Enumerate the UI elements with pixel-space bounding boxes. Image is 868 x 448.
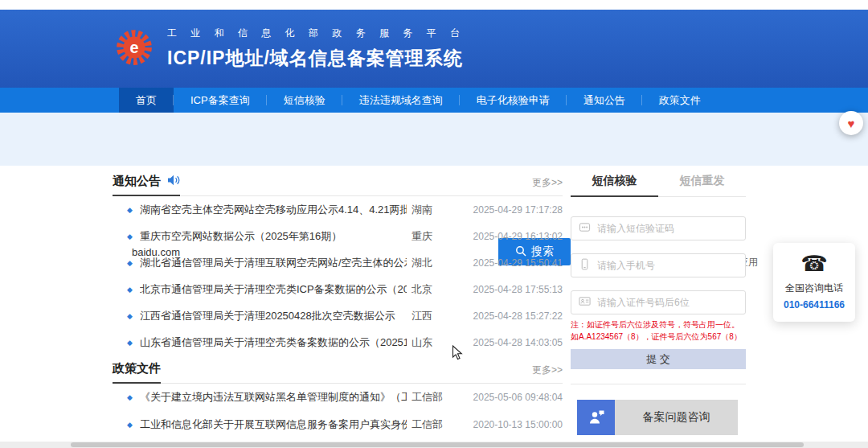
- notices-more-link[interactable]: 更多>>: [532, 176, 563, 195]
- policy-time: 2025-05-06 09:48:04: [473, 392, 563, 403]
- main-nav: 首页 ICP备案查询 短信核验 违法违规域名查询 电子化核验申请 通知公告 政策…: [0, 88, 868, 113]
- nav-item-icp-query[interactable]: ICP备案查询: [174, 88, 267, 113]
- submit-button[interactable]: 提 交: [571, 349, 746, 369]
- notice-region: 山东: [411, 335, 461, 350]
- panel-divider: [571, 384, 746, 384]
- sms-code-icon: [579, 221, 591, 236]
- notice-region: 江西: [411, 309, 461, 323]
- bullet-icon: ◆: [127, 286, 133, 294]
- feedback-button[interactable]: 备案问题咨询: [577, 400, 738, 435]
- notice-region: 北京: [411, 282, 461, 297]
- heart-icon: ♥: [848, 117, 855, 129]
- policies-title: 政策文件: [113, 361, 161, 376]
- bullet-icon: ◆: [127, 393, 133, 401]
- system-title: ICP/IP地址/域名信息备案管理系统: [167, 46, 465, 71]
- sms-code-field[interactable]: [571, 216, 746, 240]
- notice-region: 湖北: [411, 256, 461, 270]
- notice-time: 2025-04-28 17:55:13: [473, 284, 563, 295]
- notice-row[interactable]: ◆ 江西省通信管理局关于清理20250428批次空壳数据公示 江西 2025-0…: [113, 302, 563, 329]
- sms-code-input[interactable]: [597, 223, 738, 234]
- speaker-icon: [167, 175, 180, 188]
- site-banner: e 工 业 和 信 息 化 部 政 务 服 务 平 台 ICP/IP地址/域名信…: [0, 10, 868, 88]
- notice-text: 山东省通信管理局关于清理空壳类备案数据的公示（202517批次）: [140, 335, 407, 350]
- care-mode-button[interactable]: ♥: [839, 111, 863, 135]
- mobile-phone-icon: [579, 258, 591, 273]
- notices-section: 通知公告 更多>> ◆ 湖南省空壳主体空壳网站空壳移动应用公示4.14、4.21…: [113, 174, 563, 356]
- policy-source: 工信部: [411, 390, 461, 405]
- notice-row[interactable]: ◆ 湖南省空壳主体空壳网站空壳移动应用公示4.14、4.21两批次 湖南 202…: [113, 196, 563, 223]
- phone-input[interactable]: [597, 260, 738, 271]
- nav-item-e-verification[interactable]: 电子化核验申请: [460, 88, 567, 113]
- policy-row[interactable]: ◆ 工业和信息化部关于开展互联网信息服务备案用户真实身份信息电 工信部 2020…: [113, 411, 563, 438]
- phone-field[interactable]: [571, 253, 746, 277]
- svg-text:e: e: [129, 39, 138, 56]
- notice-row[interactable]: ◆ 重庆市空壳网站数据公示（2025年第16期） 重庆 2025-04-29 1…: [113, 223, 563, 249]
- bullet-icon: ◆: [127, 206, 133, 214]
- horizontal-scrollbar[interactable]: [0, 442, 868, 448]
- telephone-icon: ☎: [776, 253, 852, 275]
- hotline-card: ☎ 全国咨询电话 010-66411166: [773, 243, 855, 322]
- nav-item-notices[interactable]: 通知公告: [567, 88, 642, 113]
- sms-verification-panel: 短信核验 短信重发: [571, 174, 746, 435]
- notice-text: 湖南省空壳主体空壳网站空壳移动应用公示4.14、4.21两批次: [140, 203, 407, 217]
- nav-item-home[interactable]: 首页: [119, 88, 174, 113]
- notice-time: 2025-04-29 17:17:28: [473, 204, 563, 216]
- bullet-icon: ◆: [127, 259, 133, 267]
- bullet-icon: ◆: [127, 232, 133, 240]
- notice-time: 2025-04-28 14:03:05: [473, 337, 563, 348]
- notice-time: 2025-04-28 15:27:22: [473, 310, 563, 322]
- notice-row[interactable]: ◆ 北京市通信管理局关于清理空壳类ICP备案数据的公示（202515批 北京 2…: [113, 276, 563, 302]
- notices-title: 通知公告: [113, 174, 161, 189]
- bullet-icon: ◆: [127, 421, 133, 429]
- policies-more-link[interactable]: 更多>>: [532, 364, 563, 383]
- notice-text: 北京市通信管理局关于清理空壳类ICP备案数据的公示（202515批: [140, 282, 407, 297]
- policy-time: 2020-10-13 15:00:00: [473, 419, 563, 430]
- notice-text: 江西省通信管理局关于清理20250428批次空壳数据公示: [140, 309, 407, 323]
- page: e 工 业 和 信 息 化 部 政 务 服 务 平 台 ICP/IP地址/域名信…: [0, 0, 868, 448]
- bullet-icon: ◆: [127, 339, 133, 347]
- id-card-icon: [579, 295, 591, 310]
- id-number-field[interactable]: [571, 290, 746, 314]
- notice-row[interactable]: ◆ 湖北省通信管理局关于清理互联网空壳网站/空壳主体的公示 湖北 2025-04…: [113, 249, 563, 276]
- notice-region: 重庆: [411, 229, 461, 244]
- sms-note-text: 注：如证件号后六位涉及符号，符号占用一位。如A.A1234567（8），证件号后…: [571, 319, 746, 343]
- policy-text: 《关于建立境内违法互联网站黑名单管理制度的通知》（工信部联: [140, 390, 407, 405]
- scrollbar-thumb[interactable]: [71, 442, 804, 447]
- policy-text: 工业和信息化部关于开展互联网信息服务备案用户真实身份信息电: [140, 417, 407, 432]
- policy-row[interactable]: ◆ 《关于建立境内违法互联网站黑名单管理制度的通知》（工信部联 工信部 2025…: [113, 384, 563, 411]
- notice-text: 重庆市空壳网站数据公示（2025年第16期）: [140, 229, 407, 244]
- id-number-input[interactable]: [597, 297, 738, 308]
- sms-tabs: 短信核验 短信重发: [571, 174, 746, 197]
- consult-icon: [577, 400, 615, 435]
- tab-sms-resend[interactable]: 短信重发: [658, 174, 746, 196]
- tab-sms-verify[interactable]: 短信核验: [571, 174, 658, 197]
- notice-text: 湖北省通信管理局关于清理互联网空壳网站/空壳主体的公示: [140, 256, 407, 270]
- feedback-label: 备案问题咨询: [615, 400, 738, 435]
- nav-item-sms-verify[interactable]: 短信核验: [267, 88, 342, 113]
- platform-title: 工 业 和 信 息 化 部 政 务 服 务 平 台: [167, 27, 465, 40]
- miit-logo-icon: e: [114, 27, 154, 71]
- policy-source: 工信部: [411, 417, 461, 432]
- search-band: 搜索 网站 APP 小程序 快应用: [0, 113, 868, 166]
- hotline-number: 010-66411166: [776, 299, 852, 310]
- notice-time: 2025-04-29 15:50:41: [473, 257, 563, 269]
- notice-time: 2025-04-29 16:13:02: [473, 231, 563, 242]
- bullet-icon: ◆: [127, 312, 133, 320]
- nav-item-illegal-domain-query[interactable]: 违法违规域名查询: [342, 88, 460, 113]
- notice-region: 湖南: [411, 203, 461, 217]
- nav-item-policies[interactable]: 政策文件: [642, 88, 718, 113]
- policies-section: 政策文件 更多>> ◆ 《关于建立境内违法互联网站黑名单管理制度的通知》（工信部…: [113, 361, 563, 448]
- notice-row[interactable]: ◆ 山东省通信管理局关于清理空壳类备案数据的公示（202517批次） 山东 20…: [113, 329, 563, 356]
- hotline-title: 全国咨询电话: [776, 282, 852, 295]
